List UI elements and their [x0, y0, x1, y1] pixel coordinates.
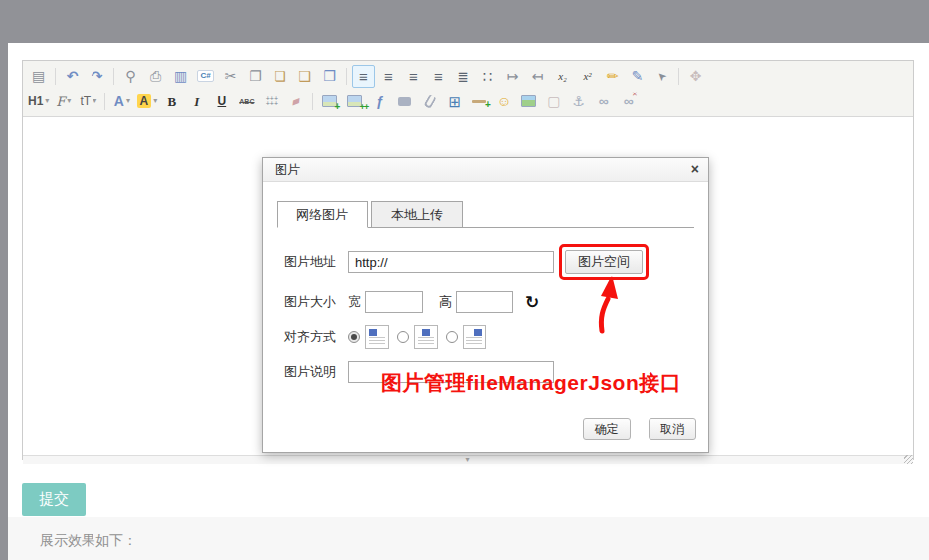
cut-icon[interactable]: ✂ — [219, 65, 242, 88]
red-annotation-text: 图片管理fileManagerJson接口 — [381, 369, 681, 397]
heading-select[interactable]: H1▾ — [27, 91, 50, 113]
font-size-select[interactable]: tT▾ — [77, 91, 99, 113]
toolbar-separator — [55, 68, 56, 85]
dialog-tabs: 网络图片 本地上传 — [277, 200, 694, 228]
align-left-icon[interactable]: ≡ — [352, 65, 375, 88]
highlight-color-select: A — [137, 94, 152, 108]
align-left-radio[interactable] — [348, 331, 360, 343]
close-icon[interactable]: × — [691, 158, 699, 182]
paste-icon[interactable]: ❏ — [269, 65, 291, 88]
ok-button[interactable]: 确定 — [583, 418, 631, 440]
cancel-button[interactable]: 取消 — [649, 418, 696, 440]
line-height-icon: ++++++ — [265, 96, 278, 106]
statusbar-collapse-handle[interactable]: ▾ — [465, 456, 469, 463]
outdent-icon[interactable]: ↤ — [526, 65, 549, 88]
highlight-color-select[interactable]: A▾ — [135, 91, 158, 113]
cut-icon: ✂ — [225, 69, 237, 83]
thumbnail-image-icon — [474, 329, 482, 336]
media-icon[interactable] — [393, 91, 416, 113]
hr-icon[interactable] — [467, 91, 490, 113]
caret-down-icon: ▾ — [45, 97, 49, 105]
width-input[interactable] — [365, 291, 423, 313]
paste-word-icon[interactable]: ❒ — [318, 65, 341, 88]
tab-local-upload[interactable]: 本地上传 — [371, 201, 463, 228]
attachment-icon[interactable] — [418, 91, 441, 113]
align-left-thumbnail[interactable] — [365, 325, 389, 349]
map-icon[interactable] — [517, 91, 540, 113]
align-left-icon: ≡ — [359, 69, 368, 84]
align-center-thumbnail[interactable] — [414, 325, 438, 349]
table-icon[interactable]: ⊞ — [443, 91, 465, 113]
superscript-icon[interactable]: x² — [576, 65, 599, 88]
paste-text-icon[interactable]: ❑ — [293, 65, 316, 88]
italic-icon[interactable]: I — [185, 91, 208, 113]
undo-icon[interactable]: ↶ — [61, 65, 84, 88]
align-justify-icon[interactable]: ≡ — [427, 65, 450, 88]
fullscreen-icon: ✥ — [690, 69, 702, 83]
indent-icon[interactable]: ↦ — [501, 65, 524, 88]
anchor-icon: ⚓ — [573, 94, 586, 108]
align-right-icon[interactable]: ≡ — [402, 65, 425, 88]
link-icon[interactable]: ∞ — [592, 91, 615, 113]
toolbar-separator — [312, 93, 313, 110]
unlink-icon[interactable]: ∞ — [617, 91, 640, 113]
ordered-list-icon[interactable]: ≣ — [452, 65, 474, 88]
italic-icon: I — [194, 95, 199, 108]
multi-image-icon[interactable] — [343, 91, 366, 113]
select-all-icon[interactable]: ➤ — [650, 65, 673, 88]
source-icon[interactable]: ▤ — [27, 65, 50, 88]
flash-icon: ƒ — [376, 94, 384, 108]
align-center-icon[interactable]: ≡ — [377, 65, 400, 88]
map-icon — [521, 95, 536, 107]
align-center-radio[interactable] — [397, 331, 409, 343]
copy-icon[interactable]: ❐ — [244, 65, 267, 88]
toolbar-separator — [113, 68, 114, 85]
undo-icon: ↶ — [67, 69, 79, 83]
eraser-icon: ▰ — [289, 94, 302, 108]
quick-format-icon[interactable]: ✎ — [626, 65, 649, 88]
clear-format-icon[interactable]: ✏ — [601, 65, 624, 88]
template-icon[interactable]: ▥ — [169, 65, 192, 88]
image-url-input[interactable] — [348, 251, 554, 273]
anchor-icon[interactable]: ⚓ — [567, 91, 590, 113]
template-icon: ▥ — [174, 69, 187, 83]
emoticon-icon: ☺ — [497, 94, 511, 108]
dialog-header[interactable]: 图片 × — [263, 158, 708, 182]
flash-icon[interactable]: ƒ — [368, 91, 391, 113]
paste-icon: ❏ — [274, 69, 286, 83]
source-icon: ▤ — [32, 69, 45, 83]
strikethrough-icon[interactable]: ABC — [235, 91, 258, 113]
insert-image-icon[interactable] — [318, 91, 341, 113]
emoticon-icon[interactable]: ☺ — [492, 91, 515, 113]
preview-icon: ⚲ — [125, 69, 135, 83]
line-height-icon[interactable]: ++++++ — [260, 91, 282, 113]
font-size-select: tT — [81, 95, 92, 107]
superscript-icon: x² — [583, 71, 591, 82]
resize-grip-icon[interactable] — [904, 455, 913, 464]
redo-icon[interactable]: ↷ — [86, 65, 108, 88]
height-input[interactable] — [456, 291, 513, 313]
print-icon[interactable]: ⎙ — [144, 65, 167, 88]
preview-icon[interactable]: ⚲ — [119, 65, 142, 88]
refresh-size-icon[interactable]: ↻ — [525, 292, 539, 313]
align-right-thumbnail[interactable] — [463, 325, 486, 349]
text-color-select[interactable]: A▾ — [110, 91, 133, 113]
subscript-icon[interactable]: x₂ — [551, 65, 574, 88]
tab-network-image[interactable]: 网络图片 — [277, 201, 368, 228]
eraser-icon[interactable]: ▰ — [284, 91, 307, 113]
quick-format-icon: ✎ — [632, 69, 644, 83]
toolbar-row-1: ▤↶↷⚲⎙▥C#✂❐❏❑❒≡≡≡≡≣∷↦↤x₂x²✏✎➤✥ — [26, 63, 910, 89]
paste-word-icon: ❒ — [323, 69, 336, 83]
result-panel: 展示效果如下： — [8, 517, 929, 560]
page-break-icon: ▢ — [547, 94, 560, 108]
unordered-list-icon[interactable]: ∷ — [476, 65, 499, 88]
bold-icon[interactable]: B — [160, 91, 183, 113]
font-family-select[interactable]: F▾ — [52, 91, 75, 113]
underline-icon[interactable]: U — [210, 91, 233, 113]
code-icon[interactable]: C# — [194, 65, 217, 88]
copy-icon: ❐ — [249, 69, 262, 83]
submit-button[interactable]: 提交 — [22, 483, 86, 516]
page-break-icon[interactable]: ▢ — [542, 91, 565, 113]
align-right-radio[interactable] — [446, 331, 458, 343]
fullscreen-icon[interactable]: ✥ — [684, 65, 707, 88]
